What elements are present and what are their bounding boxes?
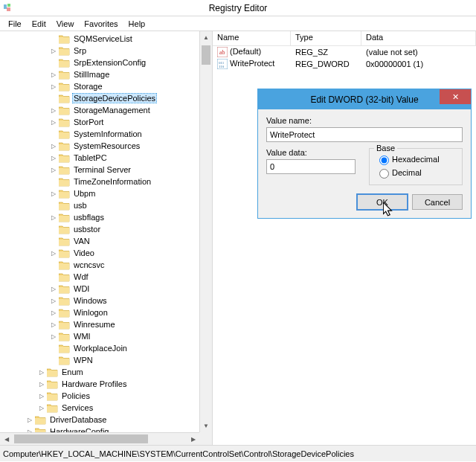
menu-help[interactable]: Help <box>123 19 151 28</box>
tree-item-winlogon[interactable]: ▷Winlogon <box>0 307 212 318</box>
tree-item-storage[interactable]: ▷Storage <box>0 80 212 92</box>
tree-item-workplacejoin[interactable]: ▷WorkplaceJoin <box>0 342 212 354</box>
tree-item-label: Windows <box>72 296 109 305</box>
list-rows[interactable]: (Default)REG_SZ(value not set)WriteProte… <box>213 46 476 70</box>
tree-item-wpn[interactable]: ▷WPN <box>0 354 212 366</box>
ok-button[interactable]: OK <box>357 194 408 210</box>
menu-favorites[interactable]: Favorites <box>79 19 123 28</box>
expander-icon[interactable]: ▷ <box>37 379 46 388</box>
expander-icon[interactable]: ▷ <box>49 118 58 126</box>
tree-item-label: WorkplaceJoin <box>72 344 129 353</box>
value-name-input[interactable] <box>266 127 463 142</box>
tree-item-label: SQMServiceList <box>72 34 134 43</box>
tree-item-systeminformation[interactable]: ▷SystemInformation <box>0 128 212 140</box>
tree-item-storport[interactable]: ▷StorPort <box>0 116 212 128</box>
dialog-titlebar[interactable]: Edit DWORD (32-bit) Value ✕ <box>258 89 471 109</box>
expander-icon[interactable]: ▷ <box>49 141 58 150</box>
tree-item-wcncsvc[interactable]: ▷wcncsvc <box>0 259 212 271</box>
tree-item-stillimage[interactable]: ▷StillImage <box>0 68 212 80</box>
tree-item-systemresources[interactable]: ▷SystemResources <box>0 140 212 152</box>
scroll-up-icon[interactable]: ▲ <box>200 31 212 44</box>
scroll-down-icon[interactable]: ▼ <box>200 420 212 432</box>
tree-item-van[interactable]: ▷VAN <box>0 235 212 247</box>
expander-icon[interactable]: ▷ <box>25 415 34 424</box>
expander-icon[interactable]: ▷ <box>49 153 58 162</box>
tree-item-usbstor[interactable]: ▷usbstor <box>0 223 212 235</box>
folder-icon <box>59 118 70 127</box>
expander-icon[interactable]: ▷ <box>37 391 46 400</box>
registry-tree[interactable]: ▷SQMServiceList▷Srp▷SrpExtensionConfig▷S… <box>0 31 212 445</box>
base-label: Base <box>374 144 397 153</box>
tree-item-wdi[interactable]: ▷WDI <box>0 283 212 295</box>
expander-icon[interactable]: ▷ <box>37 403 46 412</box>
tree-item-services[interactable]: ▷Services <box>0 402 212 414</box>
scroll-thumb[interactable] <box>14 434 148 443</box>
tree-item-terminal-server[interactable]: ▷Terminal Server <box>0 164 212 176</box>
list-row[interactable]: (Default)REG_SZ(value not set) <box>213 46 476 58</box>
menu-file[interactable]: File <box>3 19 27 28</box>
list-header[interactable]: Name Type Data <box>213 31 476 46</box>
folder-icon <box>59 248 70 258</box>
tree-item-storagemanagement[interactable]: ▷StorageManagement <box>0 104 212 116</box>
value-data-label: Value data: <box>266 148 360 157</box>
tree-item-usb[interactable]: ▷usb <box>0 199 212 211</box>
folder-icon <box>59 129 70 139</box>
tree-scrollbar-vertical[interactable]: ▲ ▼ <box>199 31 212 432</box>
expander-icon[interactable]: ▷ <box>49 296 58 305</box>
tree-item-storagedevicepolicies[interactable]: ▷StorageDevicePolicies <box>0 92 212 104</box>
tree-item-usbflags[interactable]: ▷usbflags <box>0 211 212 223</box>
value-data-input[interactable] <box>266 159 356 174</box>
menu-edit[interactable]: Edit <box>27 19 51 28</box>
expander-icon[interactable]: ▷ <box>49 320 58 329</box>
tree-item-srp[interactable]: ▷Srp <box>0 45 212 57</box>
tree-item-label: Video <box>72 248 96 257</box>
expander-icon[interactable]: ▷ <box>49 308 58 317</box>
expander-icon[interactable]: ▷ <box>49 284 58 293</box>
tree-item-enum[interactable]: ▷Enum <box>0 366 212 378</box>
expander-icon[interactable]: ▷ <box>49 70 58 79</box>
radio-hexadecimal[interactable]: Hexadecimal <box>376 153 456 165</box>
base-group: Base Hexadecimal Decimal <box>369 148 463 185</box>
cancel-button[interactable]: Cancel <box>412 194 463 210</box>
expander-icon[interactable]: ▷ <box>49 82 58 91</box>
expander-icon[interactable]: ▷ <box>49 165 58 174</box>
tree-item-windows[interactable]: ▷Windows <box>0 295 212 307</box>
expander-icon[interactable]: ▷ <box>49 248 58 257</box>
tree-item-label: usbstor <box>72 225 102 234</box>
folder-icon <box>59 356 70 365</box>
folder-icon <box>47 391 58 401</box>
tree-item-ubpm[interactable]: ▷Ubpm <box>0 187 212 199</box>
tree-item-wmi[interactable]: ▷WMI <box>0 330 212 342</box>
scroll-thumb[interactable] <box>202 45 210 65</box>
expander-icon[interactable]: ▷ <box>49 332 58 341</box>
menu-view[interactable]: View <box>51 19 80 28</box>
column-name[interactable]: Name <box>213 31 291 45</box>
tree-item-label: Policies <box>60 391 91 400</box>
tree-item-srpextensionconfig[interactable]: ▷SrpExtensionConfig <box>0 57 212 68</box>
expander-icon[interactable]: ▷ <box>49 106 58 115</box>
scroll-left-icon[interactable]: ◀ <box>0 433 13 445</box>
tree-scrollbar-horizontal[interactable]: ◀ ▶ <box>0 432 199 445</box>
scroll-right-icon[interactable]: ▶ <box>187 433 199 445</box>
value-type: REG_SZ <box>291 48 361 57</box>
expander-icon[interactable]: ▷ <box>49 189 58 198</box>
tree-item-label: TabletPC <box>72 153 109 162</box>
tree-item-policies[interactable]: ▷Policies <box>0 390 212 402</box>
tree-item-tabletpc[interactable]: ▷TabletPC <box>0 152 212 164</box>
column-type[interactable]: Type <box>291 31 361 45</box>
tree-item-wdf[interactable]: ▷Wdf <box>0 271 212 283</box>
expander-icon[interactable]: ▷ <box>37 368 46 376</box>
tree-item-driverdatabase[interactable]: ▷DriverDatabase <box>0 414 212 426</box>
tree-item-winresume[interactable]: ▷Winresume <box>0 318 212 330</box>
value-data: 0x00000001 (1) <box>361 60 476 68</box>
expander-icon[interactable]: ▷ <box>49 46 58 55</box>
column-data[interactable]: Data <box>361 31 476 45</box>
tree-item-sqmservicelist[interactable]: ▷SQMServiceList <box>0 33 212 45</box>
expander-icon[interactable]: ▷ <box>49 213 58 222</box>
tree-item-video[interactable]: ▷Video <box>0 247 212 259</box>
list-row[interactable]: WriteProtectREG_DWORD0x00000001 (1) <box>213 58 476 70</box>
radio-decimal[interactable]: Decimal <box>376 167 456 179</box>
close-icon[interactable]: ✕ <box>440 89 471 104</box>
tree-item-hardware-profiles[interactable]: ▷Hardware Profiles <box>0 378 212 390</box>
tree-item-timezoneinformation[interactable]: ▷TimeZoneInformation <box>0 176 212 187</box>
